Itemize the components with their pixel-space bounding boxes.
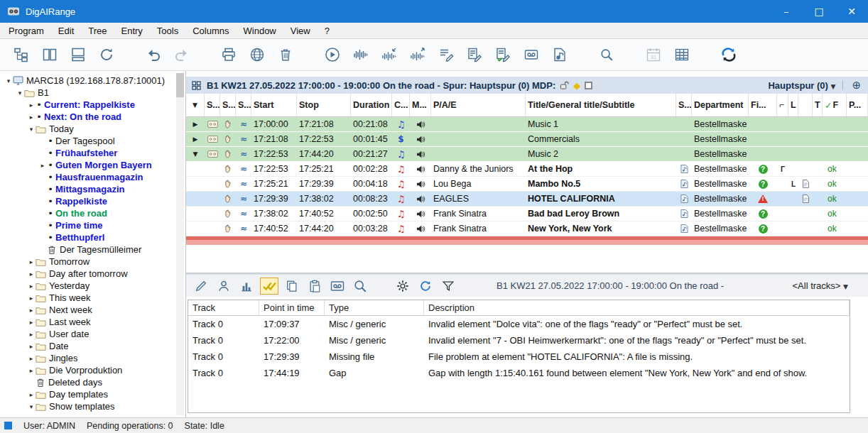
menu-item-edit[interactable]: Edit — [51, 23, 81, 38]
schedule-row[interactable]: ▼≈17:22:5317:44:2000:21:27♫Music 2Bestel… — [186, 147, 868, 162]
tree-expander-icon[interactable]: ▸ — [27, 102, 36, 109]
tree-item-tomorrow[interactable]: ▸Tomorrow — [0, 256, 185, 268]
tree-item-day-after-tomorrow[interactable]: ▸Day after tomorrow — [0, 268, 185, 280]
column-header-department[interactable]: Department — [692, 94, 749, 116]
tree-view-icon[interactable] — [7, 42, 36, 67]
web-export-icon[interactable] — [243, 42, 271, 67]
schedule-row[interactable]: ▶≈17:21:0817:22:5300:01:45$CommercialsBe… — [186, 132, 868, 147]
tree-item-user-date[interactable]: ▸User date — [0, 328, 185, 340]
tree-item-mittagsmagazin[interactable]: •Mittagsmagazin — [0, 183, 185, 195]
tree-expander-icon[interactable]: ▸ — [27, 319, 36, 326]
close-button[interactable]: ✕ — [835, 0, 868, 23]
column-header-category[interactable]: C... — [392, 94, 410, 116]
tree-expander-icon[interactable]: ▸ — [27, 114, 36, 121]
split-vertical-icon[interactable] — [36, 42, 64, 67]
message-row[interactable]: Track 017:44:19GapGap with length 1:15:4… — [188, 365, 850, 381]
menu-item-program[interactable]: Program — [1, 23, 51, 38]
column-header-file-status[interactable]: Fi... — [749, 94, 777, 116]
messages-column-point-in-time[interactable]: Point in time — [259, 300, 325, 315]
column-header-drag-handle[interactable]: S... — [220, 94, 236, 116]
refresh-icon[interactable] — [416, 278, 435, 295]
tree-item-der-tagesmülleimer[interactable]: Der Tagesmülleimer — [0, 243, 185, 256]
minimize-button[interactable]: – — [770, 0, 803, 23]
message-row[interactable]: Track 017:22:00Misc / genericInvalid ele… — [188, 332, 850, 349]
paste-icon[interactable] — [305, 278, 324, 295]
waveform-export-icon[interactable] — [403, 42, 432, 67]
column-header-medium[interactable]: M... — [410, 94, 431, 116]
validate-icon[interactable] — [260, 278, 278, 295]
track-selector[interactable]: Hauptspur (0) ▼ — [768, 80, 835, 91]
menu-item-entry[interactable]: Entry — [114, 23, 150, 38]
tree-item-frühaufsteher[interactable]: •Frühaufsteher — [0, 147, 185, 159]
tree-item-hausfrauenmagazin[interactable]: •Hausfrauenmagazin — [0, 171, 185, 183]
message-row[interactable]: Track 017:29:39Missing fileFile problem … — [188, 349, 850, 365]
add-track-icon[interactable]: ⊕ — [852, 79, 861, 92]
menu-item-help[interactable]: ? — [318, 23, 337, 38]
menu-item-tools[interactable]: Tools — [150, 23, 185, 38]
schedule-row[interactable]: ▶≈17:00:0017:21:0800:21:08♫Music 1Bestel… — [186, 117, 868, 132]
tree-item-deleted-days[interactable]: Deleted days — [0, 376, 185, 388]
tree-item-day-templates[interactable]: ▸Day templates — [0, 388, 185, 400]
tree-expander-icon[interactable]: ▾ — [27, 403, 36, 410]
tree-item-show-templates[interactable]: ▾Show templates — [0, 400, 185, 412]
tree-expander-icon[interactable]: ▸ — [27, 355, 36, 362]
tree-item-die-vorproduktion[interactable]: ▸Die Vorproduktion — [0, 364, 185, 376]
column-header-stream[interactable]: S... — [236, 94, 251, 116]
column-header-title[interactable]: Title/General title/Subtitle — [526, 94, 676, 116]
tree-item-rappelkiste[interactable]: •Rappelkiste — [0, 195, 185, 207]
column-header-fade-in[interactable]: ⌐ — [777, 94, 788, 116]
column-header-doc[interactable] — [798, 94, 813, 116]
music-document-icon[interactable] — [546, 42, 574, 67]
messages-column-description[interactable]: Description — [424, 300, 850, 315]
waveform-icon[interactable] — [347, 42, 375, 67]
tree-item-betthupferl[interactable]: •Betthupferl — [0, 231, 185, 243]
sync-icon[interactable] — [715, 42, 743, 67]
menu-item-columns[interactable]: Columns — [185, 23, 236, 38]
row-expander-icon[interactable]: ▼ — [193, 150, 198, 158]
tree-item-prime-time[interactable]: •Prime time — [0, 219, 185, 231]
calendar-icon[interactable]: 31 — [639, 42, 668, 67]
user-icon[interactable] — [215, 278, 233, 295]
redo-icon[interactable] — [168, 42, 196, 67]
tree-scrollbar-thumb[interactable] — [176, 73, 184, 97]
tree-item-guten-morgen-bayern[interactable]: ▸•Guten Morgen Bayern — [0, 159, 185, 171]
tree-item-marc18-192-168-178-87-10001[interactable]: ▾MARC18 (192.168.178.87:10001) — [0, 75, 185, 87]
track-filter-selector[interactable]: <All tracks> ▼ — [793, 280, 848, 291]
tree-expander-icon[interactable]: ▾ — [27, 126, 36, 133]
tree-item-b1[interactable]: ▾B1 — [0, 87, 185, 99]
menu-item-tree[interactable]: Tree — [81, 23, 114, 38]
tree-item-next-on-the-road[interactable]: ▸•Next: On the road — [0, 111, 185, 123]
schedule-row[interactable]: ≈17:22:5317:25:2100:02:28♫Danny & the Ju… — [186, 162, 868, 177]
tree-item-last-week[interactable]: ▸Last week — [0, 316, 185, 328]
tree-expander-icon[interactable]: ▾ — [4, 77, 13, 84]
tree-expander-icon[interactable]: ▸ — [27, 331, 36, 338]
edit-entry-icon[interactable] — [432, 42, 460, 67]
tree-item-today[interactable]: ▾Today — [0, 123, 185, 135]
column-header-expander[interactable]: ▼ — [186, 94, 205, 116]
row-expander-icon[interactable]: ▶ — [193, 121, 198, 128]
tree-expander-icon[interactable]: ▸ — [27, 283, 36, 290]
settings-icon[interactable] — [394, 278, 412, 295]
schedule-row[interactable]: ≈17:25:2117:29:3900:04:18♫Lou BegaMambo … — [186, 177, 868, 192]
tree-item-current-rappelkiste[interactable]: ▸•Current: Rappelkiste — [0, 99, 185, 111]
column-header-row-type[interactable]: S... — [205, 94, 220, 116]
search-icon[interactable] — [592, 42, 621, 67]
message-row[interactable]: Track 017:09:37Misc / genericInvalid ele… — [188, 316, 850, 332]
tree-expander-icon[interactable]: ▸ — [27, 295, 36, 302]
tree-item-der-tagespool[interactable]: •Der Tagespool — [0, 135, 185, 147]
messages-column-type[interactable]: Type — [325, 300, 424, 315]
cassette-icon[interactable] — [517, 42, 546, 67]
play-icon[interactable] — [318, 42, 347, 67]
grid-icon[interactable] — [668, 42, 696, 67]
edit-list-icon[interactable] — [460, 42, 489, 67]
waveform-import-icon[interactable] — [375, 42, 403, 67]
menu-item-view[interactable]: View — [283, 23, 318, 38]
tree-expander-icon[interactable]: ▸ — [27, 343, 36, 350]
row-expander-icon[interactable]: ▶ — [193, 136, 198, 143]
column-header-stop[interactable]: Stop — [297, 94, 351, 116]
tree-expander-icon[interactable]: ▸ — [27, 391, 36, 398]
tree-item-jingles[interactable]: ▸Jingles — [0, 352, 185, 364]
tree-expander-icon[interactable]: ▸ — [38, 162, 47, 169]
column-header-fade-out[interactable]: L — [788, 94, 798, 116]
print-icon[interactable] — [215, 42, 243, 67]
